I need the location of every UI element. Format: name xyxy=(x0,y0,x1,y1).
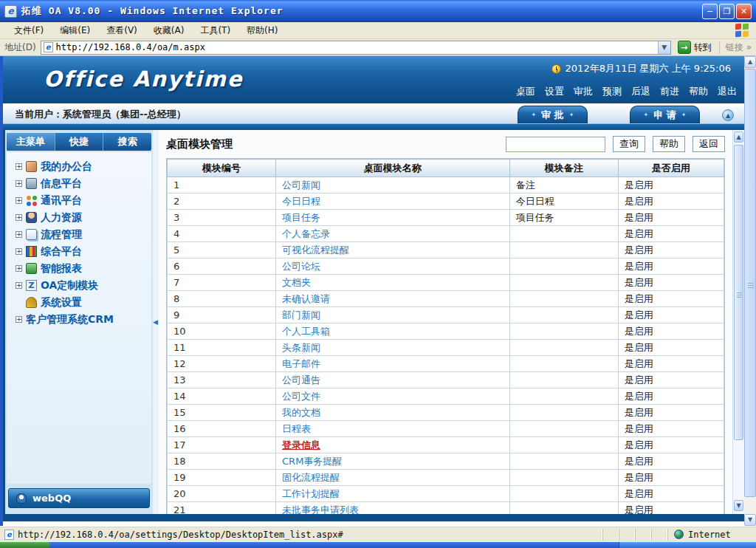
menu-item[interactable]: 查看(V) xyxy=(98,22,145,39)
scroll-down-icon[interactable]: ▼ xyxy=(734,500,743,511)
banner-nav-link[interactable]: 退出 xyxy=(718,85,737,98)
menu-item[interactable]: 工具(T) xyxy=(192,22,238,39)
module-link[interactable]: 我的文档 xyxy=(282,407,320,418)
apply-button[interactable]: ✦ 申 请 ✦ xyxy=(630,106,700,123)
expand-plus-icon[interactable]: + xyxy=(16,282,22,289)
sidebar-tabs: 主菜单快捷搜索 xyxy=(7,133,151,151)
expand-plus-icon[interactable]: + xyxy=(16,180,22,187)
expand-plus-icon[interactable]: + xyxy=(16,197,22,204)
sidebar-tree-item[interactable]: + 流程管理 xyxy=(16,226,151,243)
address-input[interactable]: e http://192.168.0.4/oa/m.aspx ▼ xyxy=(41,41,671,55)
module-remark-cell xyxy=(509,356,618,372)
sidebar-tree-item[interactable]: + 智能报表 xyxy=(16,260,151,277)
module-link[interactable]: 日程表 xyxy=(282,423,311,434)
help-button[interactable]: 帮助 xyxy=(653,136,685,152)
menu-item[interactable]: 文件(F) xyxy=(6,22,52,39)
module-link[interactable]: 登录信息 xyxy=(282,439,320,451)
sidebar-item-label[interactable]: 人力资源 xyxy=(41,211,82,225)
sidebar-tree-item[interactable]: + 通讯平台 xyxy=(16,192,151,209)
module-enabled-cell: 是启用 xyxy=(618,437,724,453)
expand-plus-icon[interactable]: + xyxy=(16,316,22,323)
maximize-button[interactable]: ❐ xyxy=(719,4,735,19)
module-link[interactable]: 未确认邀请 xyxy=(282,293,330,304)
menu-item[interactable]: 收藏(A) xyxy=(145,22,193,39)
sidebar-item-label[interactable]: 客户管理系统CRM xyxy=(26,313,114,326)
sidebar-tab[interactable]: 快捷 xyxy=(55,133,104,151)
sidebar-tree-item[interactable]: + 我的办公台 xyxy=(16,158,151,175)
module-link[interactable]: 今日日程 xyxy=(282,196,320,207)
expand-plus-icon[interactable]: + xyxy=(16,248,22,255)
go-button[interactable]: → 转到 xyxy=(675,41,712,54)
module-link[interactable]: 工作计划提醒 xyxy=(282,488,340,499)
ie-vertical-scrollbar[interactable]: ▲ ▼ xyxy=(744,56,756,526)
sidebar-item-label[interactable]: 通讯平台 xyxy=(41,194,82,208)
sidebar-item-label[interactable]: 流程管理 xyxy=(41,228,82,242)
expand-plus-icon[interactable]: + xyxy=(16,265,22,272)
sidebar-tree-item[interactable]: + 综合平台 xyxy=(16,243,151,260)
module-link[interactable]: 个人工具箱 xyxy=(282,326,330,337)
menu-item[interactable]: 帮助(H) xyxy=(238,22,286,39)
ie-scroll-down-icon[interactable]: ▼ xyxy=(744,514,756,526)
sidebar-item-label[interactable]: 我的办公台 xyxy=(41,160,92,174)
search-input[interactable] xyxy=(506,137,605,152)
approve-button[interactable]: ✦ 审 批 ✦ xyxy=(518,106,588,123)
sidebar-tab[interactable]: 主菜单 xyxy=(7,133,55,151)
sidebar-item-label[interactable]: 综合平台 xyxy=(41,245,82,258)
module-link[interactable]: 未批事务申请列表 xyxy=(282,504,359,515)
module-link[interactable]: 文档夹 xyxy=(282,277,311,288)
module-link[interactable]: 固化流程提醒 xyxy=(282,472,340,483)
banner-nav-link[interactable]: 设置 xyxy=(545,85,564,98)
sidebar-item-label[interactable]: 系统设置 xyxy=(41,296,82,309)
table-row: 10 个人工具箱 是启用 xyxy=(168,323,724,340)
webqq-bar[interactable]: webQQ xyxy=(8,488,150,508)
module-link[interactable]: 可视化流程提醒 xyxy=(282,244,349,256)
expand-plus-icon[interactable]: + xyxy=(16,231,22,238)
expand-plus-icon[interactable]: + xyxy=(16,163,22,170)
sidebar-item-label[interactable]: 信息平台 xyxy=(41,177,82,191)
sidebar-tree-item[interactable]: + 信息平台 xyxy=(16,175,151,192)
banner-nav-link[interactable]: 帮助 xyxy=(689,85,708,98)
banner-nav-link[interactable]: 后退 xyxy=(631,85,650,98)
banner-nav-link[interactable]: 前进 xyxy=(660,85,679,98)
sidebar-item-label[interactable]: 智能报表 xyxy=(41,262,82,275)
menu-item[interactable]: 编辑(E) xyxy=(52,22,98,39)
ie-scrollbar-thumb[interactable] xyxy=(744,69,756,497)
scroll-up-icon[interactable]: ▲ xyxy=(734,131,743,143)
address-dropdown-icon[interactable]: ▼ xyxy=(658,41,670,54)
content-scrollbar[interactable]: ▲ ▼ xyxy=(732,130,744,514)
table-header-cell: 模块编号 xyxy=(168,160,276,177)
banner-nav-link[interactable]: 审批 xyxy=(574,85,593,98)
sidebar-tree-item[interactable]: + OA定制模块 xyxy=(16,277,151,294)
module-link[interactable]: 电子邮件 xyxy=(282,358,320,369)
module-link[interactable]: 部门新闻 xyxy=(282,309,320,321)
module-link[interactable]: 头条新闻 xyxy=(282,342,320,353)
query-button[interactable]: 查询 xyxy=(613,136,645,152)
sidebar-item-label[interactable]: OA定制模块 xyxy=(41,279,98,292)
start-button-sliver[interactable] xyxy=(0,542,50,548)
sidebar-tab[interactable]: 搜索 xyxy=(103,133,151,151)
address-url[interactable]: http://192.168.0.4/oa/m.aspx xyxy=(56,42,658,52)
sidebar-tree-item[interactable]: + 人力资源 xyxy=(16,209,151,226)
ie-scroll-up-icon[interactable]: ▲ xyxy=(744,56,756,68)
module-link[interactable]: 个人备忘录 xyxy=(282,228,330,239)
sidebar-collapse-handle[interactable]: ◀ xyxy=(153,130,159,514)
banner-nav-link[interactable]: 桌面 xyxy=(516,85,535,98)
module-link[interactable]: 公司文件 xyxy=(282,391,320,402)
sidebar-tree-item[interactable]: 系统设置 xyxy=(16,294,151,311)
scroll-top-button[interactable]: ▲ xyxy=(722,109,734,121)
banner-nav-link[interactable]: 预测 xyxy=(602,85,622,98)
module-link[interactable]: 公司新闻 xyxy=(282,179,320,191)
minimize-button[interactable]: ─ xyxy=(702,4,718,19)
back-button[interactable]: 返回 xyxy=(693,136,725,152)
module-link[interactable]: 公司论坛 xyxy=(282,261,320,272)
sidebar-tree-item[interactable]: + 客户管理系统CRM xyxy=(16,311,151,328)
close-button[interactable]: ✕ xyxy=(736,4,752,19)
scrollbar-thumb[interactable] xyxy=(734,145,743,440)
module-link[interactable]: 项目任务 xyxy=(282,212,320,223)
address-bar: 地址(D) e http://192.168.0.4/oa/m.aspx ▼ →… xyxy=(0,39,756,56)
links-menu[interactable]: 链接 » xyxy=(719,41,752,54)
module-link[interactable]: CRM事务提醒 xyxy=(282,456,342,467)
module-table-wrap: 模块编号桌面模块名称模块备注是否启用 1 公司新闻 备注 是启用 xyxy=(166,158,725,514)
module-link[interactable]: 公司通告 xyxy=(282,374,320,386)
expand-plus-icon[interactable]: + xyxy=(16,214,22,221)
